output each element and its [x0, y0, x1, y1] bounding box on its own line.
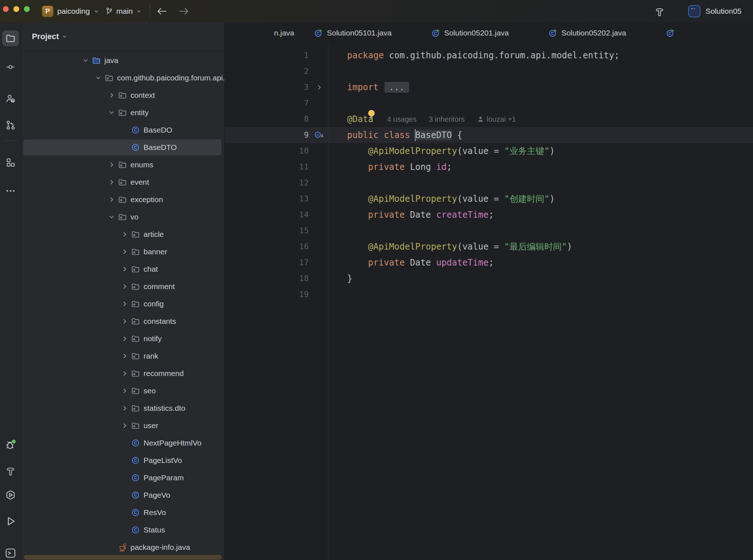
code-editor[interactable]: 1package com.github.paicoding.forum.api.… — [225, 43, 753, 560]
code-line-8[interactable]: 8@Data4 usages3 inheritorslouzai +1 — [225, 111, 753, 127]
tree-item-basedto[interactable]: CBaseDTO — [21, 139, 224, 156]
line-number[interactable]: 17 — [225, 255, 309, 271]
line-number[interactable]: 16 — [225, 239, 309, 255]
code-vision-inlay[interactable]: 3 inheritors — [429, 115, 465, 124]
code-vision-inlay[interactable]: 4 usages — [387, 115, 416, 124]
line-number[interactable]: 19 — [225, 287, 309, 302]
line-number[interactable]: 13 — [225, 191, 309, 207]
line-number[interactable]: 18 — [225, 271, 309, 287]
tree-horizontal-scrollbar[interactable] — [24, 555, 222, 560]
tree-item-pageparam[interactable]: CPageParam — [21, 469, 224, 486]
editor-tab-solution05202-java[interactable]: CSolution05202.java — [529, 22, 646, 43]
window-zoom-button[interactable] — [24, 6, 30, 12]
intention-bulb[interactable] — [373, 117, 375, 121]
line-number[interactable]: 15 — [225, 223, 309, 239]
build-tool-button[interactable] — [4, 464, 17, 477]
problems-tool-button[interactable] — [4, 438, 17, 451]
editor-tab-solution05201-java[interactable]: CSolution05201.java — [412, 22, 529, 43]
tree-expand-toggle[interactable] — [106, 195, 117, 204]
code-line-16[interactable]: 16 @ApiModelProperty(value = "最后编辑时间") — [225, 239, 753, 255]
code-line-13[interactable]: 13 @ApiModelProperty(value = "创建时间") — [225, 191, 753, 207]
pull-requests-tool-button[interactable]: ? — [4, 92, 17, 105]
tree-item-chat[interactable]: chat — [21, 260, 224, 278]
code-line-10[interactable]: 10 @ApiModelProperty(value = "业务主键") — [225, 143, 753, 159]
tree-item-com-github-paicoding-forum-api-model[interactable]: com.github.paicoding.forum.api.model — [21, 69, 224, 87]
tree-expand-toggle[interactable] — [119, 247, 130, 256]
commit-tool-button[interactable] — [4, 61, 17, 73]
tree-item-constants[interactable]: constants — [21, 313, 224, 330]
tree-expand-toggle[interactable] — [106, 91, 117, 100]
code-line-11[interactable]: 11 private Long id; — [225, 159, 753, 175]
run-tool-button[interactable] — [4, 515, 17, 527]
tree-item-nextpagehtmlvo[interactable]: CNextPageHtmlVo — [21, 434, 224, 452]
class-subclasses-gutter-icon[interactable]: C — [314, 130, 325, 140]
navigate-back-button[interactable] — [155, 5, 169, 18]
structure-tool-button[interactable] — [4, 156, 17, 169]
tree-item-basedo[interactable]: CBaseDO — [21, 121, 224, 139]
editor-tab-solution05101-java[interactable]: CSolution05101.java — [294, 22, 412, 43]
code-line-15[interactable]: 15 — [225, 223, 753, 239]
tree-expand-toggle[interactable] — [119, 265, 130, 273]
tree-expand-toggle[interactable] — [106, 108, 117, 117]
services-tool-button[interactable] — [4, 489, 17, 501]
window-minimize-button[interactable] — [13, 6, 19, 12]
tree-expand-toggle[interactable] — [119, 317, 130, 326]
code-line-1[interactable]: 1package com.github.paicoding.forum.api.… — [225, 47, 753, 63]
vcs-branches-tool-button[interactable] — [4, 119, 17, 131]
tree-expand-toggle[interactable] — [119, 300, 130, 308]
folded-imports-region[interactable]: ... — [384, 82, 409, 93]
line-number[interactable]: 1 — [225, 47, 309, 63]
tree-item-package-info-java[interactable]: package-info.java — [21, 539, 224, 556]
tree-item-statistics-dto[interactable]: statistics.dto — [21, 400, 224, 417]
tree-item-status[interactable]: CStatus — [21, 521, 224, 539]
tree-item-event[interactable]: event — [21, 174, 224, 191]
tree-item-vo[interactable]: vo — [21, 208, 224, 226]
tree-expand-toggle[interactable] — [80, 56, 91, 65]
tree-item-user[interactable]: user — [21, 417, 224, 434]
tree-item-comment[interactable]: comment — [21, 278, 224, 295]
tree-expand-toggle[interactable] — [119, 352, 130, 360]
more-tool-windows-button[interactable] — [4, 185, 17, 197]
tree-item-pagelistvo[interactable]: CPageListVo — [21, 452, 224, 469]
tree-expand-toggle[interactable] — [119, 386, 130, 395]
tree-item-config[interactable]: config — [21, 295, 224, 313]
tree-item-notify[interactable]: notify — [21, 330, 224, 347]
branch-widget[interactable]: main — [104, 3, 141, 19]
code-line-2[interactable]: 2 — [225, 63, 753, 79]
code-line-3[interactable]: 3import ... — [225, 79, 753, 95]
code-line-9[interactable]: 9Cpublic class BaseDTO { — [225, 127, 753, 143]
tree-item-seo[interactable]: seo — [21, 382, 224, 400]
tree-expand-toggle[interactable] — [119, 421, 130, 430]
tree-item-resvo[interactable]: CResVo — [21, 504, 224, 521]
project-widget[interactable]: P paicoding — [42, 3, 99, 19]
line-number[interactable]: 7 — [225, 95, 309, 111]
tree-item-article[interactable]: article — [21, 226, 224, 243]
tree-item-banner[interactable]: banner — [21, 243, 224, 260]
tree-item-enums[interactable]: enums — [21, 156, 224, 174]
line-number[interactable]: 3 — [225, 79, 309, 95]
line-number[interactable]: 9 — [225, 127, 309, 143]
tree-item-context[interactable]: context — [21, 87, 224, 104]
tree-item-java[interactable]: java — [21, 52, 224, 69]
fold-marker[interactable] — [311, 79, 328, 95]
tree-expand-toggle[interactable] — [92, 74, 104, 82]
terminal-tool-button[interactable] — [4, 547, 17, 559]
line-number[interactable]: 2 — [225, 63, 309, 79]
code-line-7[interactable]: 7 — [225, 95, 753, 111]
code-author-inlay[interactable]: louzai +1 — [477, 115, 516, 124]
navigate-forward-button[interactable] — [176, 5, 191, 18]
run-configuration-selector[interactable]: Solution05 — [688, 4, 753, 19]
editor-tab-n-java[interactable]: n.java — [225, 22, 294, 43]
tree-expand-toggle[interactable] — [106, 178, 117, 187]
code-line-12[interactable]: 12 — [225, 175, 753, 191]
code-line-18[interactable]: 18} — [225, 271, 753, 287]
line-number[interactable]: 11 — [225, 159, 309, 175]
fold-region-icon[interactable] — [316, 84, 323, 91]
line-number[interactable]: 10 — [225, 143, 309, 159]
tree-item-entity[interactable]: entity — [21, 104, 224, 121]
tree-expand-toggle[interactable] — [119, 369, 130, 378]
tree-item-exception[interactable]: exception — [21, 191, 224, 208]
editor-tab-partial[interactable]: C — [646, 22, 699, 43]
code-line-19[interactable]: 19 — [225, 287, 753, 302]
tree-expand-toggle[interactable] — [106, 213, 117, 221]
